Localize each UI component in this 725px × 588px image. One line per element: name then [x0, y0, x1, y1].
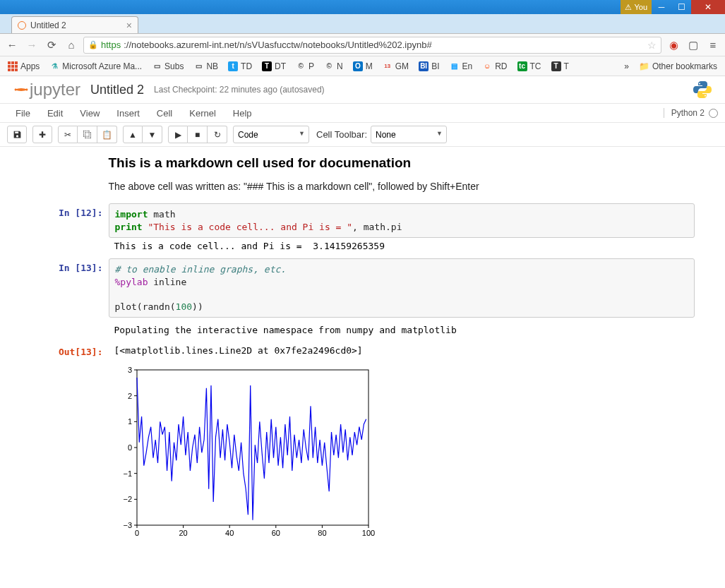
bookmark-item[interactable]: BIBI [415, 59, 443, 73]
menu-help[interactable]: Help [224, 105, 260, 121]
svg-text:40: 40 [225, 529, 234, 537]
jupyter-logo[interactable]: jupyter [13, 80, 80, 100]
tab-close-button[interactable]: × [126, 20, 132, 31]
url-input[interactable]: 🔒 https://notebooks.azureml-int.net/n/sV… [83, 37, 661, 54]
t-icon: T [551, 61, 561, 71]
menu-file[interactable]: File [7, 105, 39, 121]
bm-label: En [462, 61, 472, 71]
bookmark-item[interactable]: TDT [258, 59, 289, 73]
reddit-icon: ☺ [482, 61, 492, 71]
page-icon: ▭ [152, 61, 162, 71]
output-row: −3−2−10123020406080100 [31, 363, 695, 545]
code-text: inline [148, 277, 186, 287]
bm-label: M [366, 61, 373, 71]
bm-label: Microsoft Azure Ma... [62, 61, 142, 71]
copy-button[interactable]: ⿻ [78, 126, 97, 143]
bookmark-item[interactable]: ©P [292, 59, 318, 73]
bm-label: Other bookmarks [652, 61, 717, 71]
bookmark-item[interactable]: tcTC [514, 59, 545, 73]
bookmark-item[interactable]: ☺RD [479, 59, 510, 73]
cell-type-select[interactable]: Code [233, 126, 309, 143]
chrome-menu-button[interactable]: ≡ [705, 37, 721, 53]
prompt [31, 363, 109, 545]
notebook-title[interactable]: Untitled 2 [90, 83, 144, 97]
adblock-icon[interactable]: ◉ [666, 37, 681, 53]
output-row: Populating the interactive namespace fro… [31, 322, 695, 338]
svg-text:0: 0 [134, 529, 138, 537]
chrome-user-badge[interactable]: ⚠You [621, 0, 652, 14]
line-chart: −3−2−10123020406080100 [109, 363, 377, 543]
window-minimize-button[interactable]: ─ [652, 0, 671, 14]
svg-text:−3: −3 [123, 521, 132, 529]
overflow-icon: » [624, 61, 629, 71]
notebook-scroll-area[interactable]: This is a markdown cell used for documen… [0, 147, 725, 588]
bm-label: GM [395, 61, 409, 71]
browser-tab-strip: Untitled 2 × [0, 14, 725, 34]
run-button[interactable]: ▶ [168, 126, 188, 143]
cell-toolbar-select[interactable]: None [371, 126, 447, 143]
svg-text:20: 20 [179, 529, 187, 537]
kw: print [115, 222, 143, 232]
interrupt-button[interactable]: ■ [188, 126, 208, 143]
stdout-output: This is a code cell... and Pi is = 3.141… [109, 238, 695, 254]
bookmark-item[interactable]: OM [349, 59, 376, 73]
bi-icon: BI [419, 61, 429, 71]
repr-output: [<matplotlib.lines.Line2D at 0x7fe2a2496… [109, 342, 695, 359]
move-down-button[interactable]: ▼ [143, 126, 162, 143]
restart-button[interactable]: ↻ [208, 126, 227, 143]
cut-button[interactable]: ✂ [58, 126, 78, 143]
bookmark-item[interactable]: ▤En [445, 59, 476, 73]
code-cell[interactable]: In [13]: # to enable inline graphs, etc.… [31, 258, 695, 318]
bookmark-item[interactable]: ©N [320, 59, 347, 73]
window-titlebar: ⚠You ─ ☐ ✕ [0, 0, 725, 14]
window-maximize-button[interactable]: ☐ [671, 0, 691, 14]
bookmark-item[interactable]: TT [548, 59, 573, 73]
menu-edit[interactable]: Edit [39, 105, 71, 121]
save-button[interactable] [7, 126, 27, 143]
code-input[interactable]: # to enable inline graphs, etc. %pylab i… [109, 258, 695, 318]
apps-button[interactable]: Apps [4, 59, 43, 73]
browser-tab[interactable]: Untitled 2 × [11, 16, 138, 33]
bookmark-overflow[interactable]: » [621, 59, 633, 73]
bm-label: RD [495, 61, 507, 71]
tab-title: Untitled 2 [30, 20, 66, 30]
menu-view[interactable]: View [71, 105, 108, 121]
bookmark-item[interactable]: ⚗Microsoft Azure Ma... [46, 59, 145, 73]
code-input[interactable]: import math print "This is a code cell..… [109, 203, 695, 238]
markdown-cell[interactable]: This is a markdown cell used for documen… [31, 155, 695, 199]
bookmark-item[interactable]: tTD [224, 59, 256, 73]
code-cell[interactable]: In [12]: import math print "This is a co… [31, 203, 695, 254]
other-bookmarks-button[interactable]: 📁Other bookmarks [635, 59, 721, 73]
menu-insert[interactable]: Insert [108, 105, 148, 121]
jupyter-toolbar: ✚ ✂ ⿻ 📋 ▲ ▼ ▶ ■ ↻ Code Cell Toolbar: Non… [0, 123, 725, 147]
insert-cell-button[interactable]: ✚ [32, 126, 52, 143]
bm-label: TC [530, 61, 541, 71]
back-button[interactable]: ← [4, 37, 20, 53]
paste-button[interactable]: 📋 [97, 126, 117, 143]
bookmark-item[interactable]: ▭Subs [148, 59, 187, 73]
kw: import [115, 209, 148, 220]
bm-label: Subs [164, 61, 184, 71]
checkpoint-text: Last Checkpoint: 22 minutes ago (autosav… [154, 85, 324, 95]
in-prompt: In [12]: [31, 203, 109, 254]
url-path: ://notebooks.azureml-int.net/n/sVUasfucc… [124, 40, 431, 50]
bookmark-item[interactable]: 13GM [379, 59, 412, 73]
url-scheme: https [101, 40, 121, 50]
menu-kernel[interactable]: Kernel [181, 105, 224, 121]
code-text: )) [192, 301, 203, 312]
cast-icon[interactable]: ▢ [685, 37, 701, 53]
window-close-button[interactable]: ✕ [691, 0, 725, 14]
kernel-indicator[interactable]: Python 2 [664, 108, 718, 118]
twitter-icon: t [228, 61, 238, 71]
bm-label: T [564, 61, 569, 71]
c-icon: © [296, 61, 306, 71]
menu-cell[interactable]: Cell [148, 105, 181, 121]
number: 100 [176, 301, 192, 312]
code-text: , math.pi [352, 222, 402, 232]
bookmark-star-icon[interactable]: ☆ [647, 40, 657, 51]
reload-button[interactable]: ⟳ [44, 37, 59, 53]
move-up-button[interactable]: ▲ [123, 126, 143, 143]
home-button[interactable]: ⌂ [64, 37, 79, 53]
bookmark-item[interactable]: ▭NB [190, 59, 222, 73]
comment: # to enable inline graphs, etc. [115, 264, 287, 275]
